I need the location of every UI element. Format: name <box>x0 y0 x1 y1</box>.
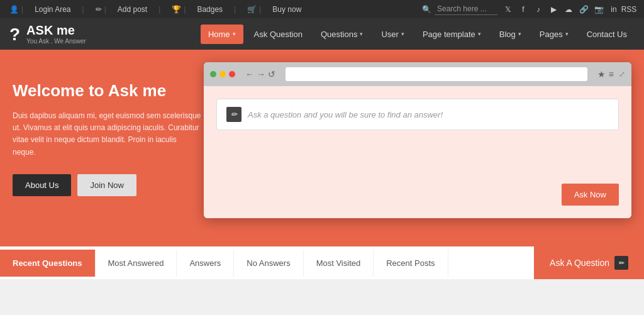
pencil-icon: ✏ <box>96 5 102 14</box>
join-now-button[interactable]: Join Now <box>77 174 136 196</box>
nav-home[interactable]: Home ▾ <box>201 25 243 44</box>
browser-url-bar[interactable] <box>286 67 587 81</box>
nav-menu: Home ▾ Ask Question Questions ▾ User ▾ P… <box>201 25 635 44</box>
logo-subtitle: You Ask . We Answer <box>26 38 86 45</box>
browser-dots <box>210 71 235 77</box>
search-area: 🔍 <box>422 3 497 15</box>
menu-icon[interactable]: ≡ <box>609 69 614 79</box>
nav-user[interactable]: User ▾ <box>374 25 411 44</box>
dot-red <box>229 71 235 77</box>
dot-green <box>210 71 216 77</box>
tiktok-icon[interactable]: ♪ <box>533 4 544 15</box>
pencil-icon: ✏ <box>226 107 242 122</box>
nav-questions[interactable]: Questions ▾ <box>313 25 371 44</box>
hero-buttons: About Us Join Now <box>13 174 201 196</box>
trophy-icon: 🏆 <box>172 5 181 14</box>
chevron-down-icon: ▾ <box>565 31 569 37</box>
nav-bar: ? ASK me You Ask . We Answer Home ▾ Ask … <box>0 18 644 50</box>
tab-recent-posts[interactable]: Recent Posts <box>374 250 448 277</box>
star-icon[interactable]: ★ <box>597 69 606 79</box>
ask-a-question-button[interactable]: Ask A Question ✏ <box>534 246 644 279</box>
rss-icon[interactable]: RSS <box>623 4 635 15</box>
top-bar: 👤 Login Area ✏ Add post 🏆 Badges 🛒 Buy n… <box>0 0 644 18</box>
browser-nav: ← → ↺ <box>245 69 275 79</box>
nav-pages[interactable]: Pages ▾ <box>532 25 576 44</box>
ask-now-button[interactable]: Ask Now <box>562 184 619 206</box>
cart-icon: 🛒 <box>247 5 257 14</box>
logo-icon: ? <box>9 26 20 43</box>
about-us-button[interactable]: About Us <box>13 174 71 196</box>
ask-question-label: Ask A Question <box>550 258 609 268</box>
top-bar-left: 👤 Login Area ✏ Add post 🏆 Badges 🛒 Buy n… <box>9 5 301 14</box>
linkedin-icon[interactable]: in <box>608 4 619 15</box>
badges-link[interactable]: 🏆 Badges <box>158 5 223 14</box>
logo-title: ASK me <box>26 23 86 38</box>
nav-contact[interactable]: Contact Us <box>579 25 635 44</box>
hero-description: Duis dapibus aliquam mi, eget euismod se… <box>13 110 201 158</box>
login-link[interactable]: 👤 Login Area <box>9 5 71 14</box>
dot-yellow <box>219 71 226 77</box>
tab-recent-questions[interactable]: Recent Questions <box>0 250 96 277</box>
search-icon: 🔍 <box>422 5 431 14</box>
nav-blog[interactable]: Blog ▾ <box>492 25 529 44</box>
chain-icon[interactable]: 🔗 <box>578 4 589 15</box>
search-input[interactable] <box>435 3 497 15</box>
tab-most-visited[interactable]: Most Visited <box>304 250 374 277</box>
ask-placeholder: Ask a question and you will be sure to f… <box>248 110 443 119</box>
ask-pencil-icon: ✏ <box>614 256 628 270</box>
tabs-section: Recent Questions Most Answered Answers N… <box>0 245 644 279</box>
chevron-down-icon: ▾ <box>360 31 363 37</box>
chevron-down-icon: ▾ <box>518 31 521 37</box>
browser-actions: ★ ≡ <box>597 69 614 79</box>
chevron-down-icon: ▾ <box>478 31 481 37</box>
camera-icon[interactable]: 📷 <box>593 4 604 15</box>
youtube-icon[interactable]: ▶ <box>548 4 559 15</box>
chevron-down-icon: ▾ <box>401 31 404 37</box>
ask-input-area[interactable]: ✏ Ask a question and you will be sure to… <box>216 99 619 130</box>
maximize-icon[interactable]: ⤢ <box>619 70 625 79</box>
tab-no-answers[interactable]: No Answers <box>234 250 303 277</box>
hero-title: Welcome to Ask me <box>13 81 201 101</box>
tab-answers[interactable]: Answers <box>177 250 234 277</box>
browser-body: ✏ Ask a question and you will be sure to… <box>204 86 631 218</box>
chevron-down-icon: ▾ <box>233 31 236 37</box>
forward-button[interactable]: → <box>257 69 265 79</box>
tab-most-answered[interactable]: Most Answered <box>96 250 177 277</box>
twitter-icon[interactable]: 𝕏 <box>502 4 514 15</box>
nav-ask-question[interactable]: Ask Question <box>247 25 310 44</box>
refresh-button[interactable]: ↺ <box>268 69 275 79</box>
browser-mockup: ← → ↺ ★ ≡ ⤢ ✏ Ask a question and you wil… <box>204 62 631 218</box>
buy-now-link[interactable]: 🛒 Buy now <box>234 5 301 14</box>
top-bar-right: 🔍 𝕏 f ♪ ▶ ☁ 🔗 📷 in RSS <box>422 3 635 15</box>
nav-page-template[interactable]: Page template ▾ <box>415 25 489 44</box>
logo-text: ASK me You Ask . We Answer <box>26 23 86 45</box>
facebook-icon[interactable]: f <box>518 4 529 15</box>
logo[interactable]: ? ASK me You Ask . We Answer <box>9 23 86 45</box>
browser-chrome: ← → ↺ ★ ≡ ⤢ <box>204 62 631 86</box>
skype-icon[interactable]: ☁ <box>563 4 574 15</box>
hero-left: Welcome to Ask me Duis dapibus aliquam m… <box>13 75 201 207</box>
back-button[interactable]: ← <box>245 69 254 79</box>
user-icon: 👤 <box>9 5 19 14</box>
social-icons: 𝕏 f ♪ ▶ ☁ 🔗 📷 in RSS <box>502 4 635 15</box>
tabs-left: Recent Questions Most Answered Answers N… <box>0 250 448 277</box>
add-post-link[interactable]: ✏ Add post <box>82 5 148 14</box>
hero-section: Welcome to Ask me Duis dapibus aliquam m… <box>0 50 644 245</box>
